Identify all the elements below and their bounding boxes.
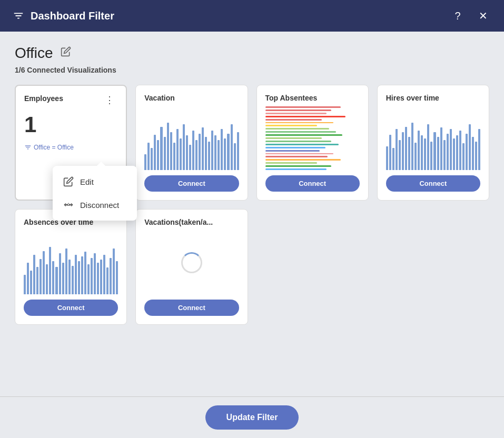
bar (164, 137, 166, 170)
hires-card-header: Hires over time (386, 94, 480, 102)
vacation-chart (144, 106, 239, 170)
bar (192, 131, 194, 170)
bar (100, 260, 102, 294)
modal-header: Dashboard Filter ? ✕ (0, 0, 504, 32)
hires-card: Hires over time Connect (377, 85, 489, 201)
bar (424, 138, 426, 170)
vacation-card: Vacation Connect (135, 85, 248, 201)
bar (466, 134, 468, 170)
vacation-connect-button[interactable]: Connect (144, 175, 239, 192)
connected-label-text: Connected Visualizations (27, 66, 116, 74)
top-absentees-card: Top Absentees Connect (256, 85, 369, 201)
employees-count: 1 (24, 112, 117, 137)
chart-line (265, 106, 341, 108)
bar (208, 142, 210, 170)
bar (189, 145, 191, 170)
edit-icon (63, 176, 74, 187)
bar (65, 248, 67, 294)
bar (52, 261, 54, 294)
cards-row-2: Absences over time Connect Vacations(tak… (15, 209, 489, 325)
chart-line (265, 134, 343, 136)
chart-line (265, 165, 331, 167)
context-menu: Edit Disconnect (53, 166, 137, 221)
loading-container (144, 231, 239, 294)
bar (433, 132, 436, 170)
bar (84, 252, 86, 294)
chart-line (265, 119, 322, 121)
bar (386, 146, 388, 170)
employees-filter-tag: Office = Office (24, 144, 117, 151)
svg-point-0 (67, 204, 68, 205)
chart-line (265, 162, 318, 164)
connected-count: 1/6 (15, 66, 25, 74)
bar (30, 271, 32, 294)
bar (157, 140, 159, 170)
bar (62, 263, 64, 294)
bar (43, 251, 45, 295)
edit-menu-item[interactable]: Edit (53, 170, 137, 193)
close-button[interactable]: ✕ (475, 7, 491, 24)
bar (144, 154, 146, 170)
hires-connect-button[interactable]: Connect (386, 175, 480, 192)
bar (418, 131, 420, 170)
chart-line (265, 113, 327, 114)
vacations-card-title: Vacations(taken/a... (144, 218, 213, 226)
pencil-icon (61, 46, 71, 57)
bar (414, 143, 417, 171)
header-left: Dashboard Filter (13, 10, 114, 22)
chart-line (265, 116, 345, 117)
bar (469, 124, 471, 170)
chart-line (265, 110, 331, 111)
chart-line (265, 150, 320, 152)
bar (430, 142, 432, 170)
vacations-card: Vacations(taken/a... Connect (135, 209, 248, 325)
bar (81, 256, 83, 294)
bar (437, 137, 439, 170)
chart-line (265, 141, 331, 142)
hires-card-title: Hires over time (386, 94, 439, 102)
bar (450, 129, 452, 170)
chart-line (265, 156, 328, 157)
update-filter-button[interactable]: Update Filter (205, 405, 299, 430)
vacations-connect-button[interactable]: Connect (144, 300, 239, 316)
bar (427, 124, 429, 170)
filter-tag-icon (24, 144, 32, 151)
help-button[interactable]: ? (449, 7, 466, 24)
bar (396, 129, 398, 170)
connected-label: 1/6 Connected Visualizations (15, 66, 489, 74)
bar (167, 123, 169, 170)
absences-card: Absences over time Connect (15, 209, 127, 325)
chart-line (265, 144, 339, 145)
bar (180, 138, 182, 170)
bar (408, 137, 410, 170)
bar (459, 131, 461, 170)
svg-point-1 (70, 204, 71, 205)
disconnect-menu-item[interactable]: Disconnect (53, 193, 137, 216)
bar (443, 140, 446, 170)
bar (214, 135, 216, 170)
top-absentees-connect-button[interactable]: Connect (265, 175, 360, 192)
bar (151, 148, 153, 170)
employees-menu-button[interactable]: ⋮ (102, 94, 117, 106)
bar (389, 135, 391, 171)
bar (202, 127, 204, 170)
top-absentees-card-title: Top Absentees (265, 94, 318, 102)
bar (106, 267, 108, 294)
modal-footer: Update Filter (0, 396, 504, 438)
bar (113, 248, 115, 294)
absences-connect-button[interactable]: Connect (24, 300, 118, 316)
chart-line (265, 128, 330, 130)
bar (186, 135, 188, 170)
bar (211, 131, 213, 170)
bar (75, 255, 77, 294)
bar (199, 134, 201, 170)
edit-name-button[interactable] (58, 44, 73, 62)
bar (173, 143, 175, 171)
absentees-chart (265, 106, 360, 170)
header-right: ? ✕ (449, 7, 491, 24)
vacation-card-header: Vacation (144, 94, 239, 102)
bar (392, 148, 394, 170)
loading-spinner (181, 252, 202, 273)
disconnect-label: Disconnect (80, 201, 119, 210)
bar (411, 123, 413, 170)
